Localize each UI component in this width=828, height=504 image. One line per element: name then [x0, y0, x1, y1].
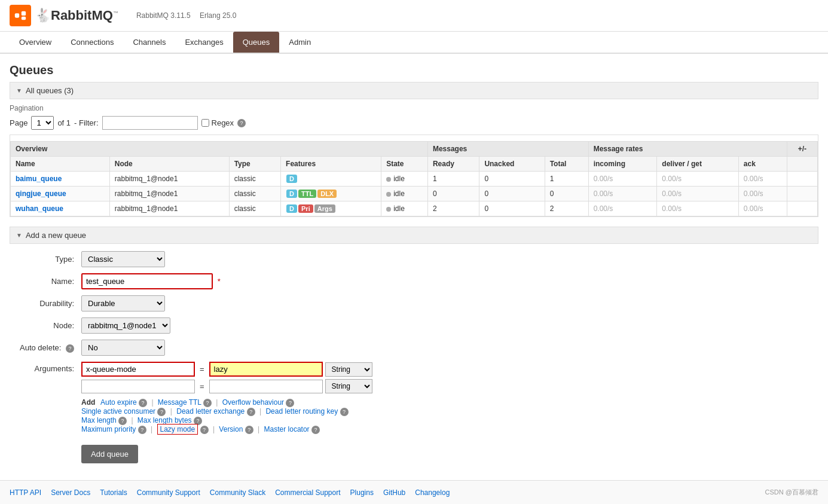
name-input[interactable] — [81, 273, 213, 289]
footer-http-api[interactable]: HTTP API — [10, 488, 41, 497]
regex-checkbox[interactable] — [201, 119, 209, 127]
auto-delete-help-icon[interactable]: ? — [66, 344, 74, 353]
message-rates-col-group: Message rates — [588, 142, 787, 157]
arg2-key-input[interactable] — [81, 380, 195, 393]
queue-link[interactable]: qingjue_queue — [16, 190, 66, 198]
footer-server-docs[interactable]: Server Docs — [51, 488, 90, 497]
footer-community-support[interactable]: Community Support — [137, 488, 200, 497]
maximum-priority-help[interactable]: ? — [138, 426, 146, 434]
arg-row-2: = String Boolean Number List — [81, 379, 372, 393]
plus-minus-btn[interactable]: +/- — [787, 142, 817, 157]
regex-help-icon[interactable]: ? — [237, 119, 246, 127]
add-queue-section: ▼ Add a new queue Type: Classic Quorum S… — [10, 227, 818, 471]
header: 🐇RabbitMQ™ RabbitMQ 3.11.5 Erlang 25.0 — [0, 0, 828, 32]
feature-badge-Pri: Pri — [298, 204, 313, 213]
type-control: Classic Quorum Stream — [81, 251, 165, 267]
link-single-active-consumer[interactable]: Single active consumer — [81, 407, 155, 416]
queue-link[interactable]: baimu_queue — [16, 175, 62, 183]
arg-row-1: = String Boolean Number List — [81, 362, 372, 377]
link-master-locator[interactable]: Master locator — [264, 425, 310, 433]
nav-admin[interactable]: Admin — [279, 32, 320, 53]
node-select[interactable]: rabbitmq_1@node1 — [81, 317, 170, 334]
pagination-section: Pagination Page 1 of 1 - Filter: Regex ? — [10, 99, 818, 135]
link-overflow-behaviour[interactable]: Overflow behaviour — [222, 398, 284, 407]
cell-name: baimu_queue — [11, 172, 110, 187]
add-queue-button[interactable]: Add queue — [81, 445, 138, 463]
main-nav: Overview Connections Channels Exchanges … — [0, 32, 828, 54]
cell-incoming: 0.00/s — [588, 187, 657, 201]
max-length-help[interactable]: ? — [118, 417, 127, 425]
message-ttl-help[interactable]: ? — [203, 399, 212, 407]
link-max-length-bytes[interactable]: Max length bytes — [138, 416, 192, 424]
cell-features: D — [281, 172, 381, 187]
table-row: wuhan_queue rabbitmq_1@node1 classic DPr… — [11, 201, 818, 216]
cell-node: rabbitmq_1@node1 — [109, 187, 229, 201]
link-message-ttl[interactable]: Message TTL — [158, 398, 201, 407]
nav-exchanges[interactable]: Exchanges — [175, 32, 233, 53]
cell-ack: 0.00/s — [738, 201, 787, 216]
overview-col-group: Overview — [11, 142, 428, 157]
dead-letter-routing-key-help[interactable]: ? — [340, 408, 349, 416]
single-active-help[interactable]: ? — [157, 408, 166, 416]
queue-link[interactable]: wuhan_queue — [16, 204, 63, 213]
dead-letter-exchange-help[interactable]: ? — [247, 408, 255, 416]
name-label: Name: — [10, 277, 81, 286]
arg2-value-input[interactable] — [209, 380, 323, 393]
col-name: Name — [11, 157, 110, 172]
cell-unacked: 0 — [479, 201, 545, 216]
auto-delete-select[interactable]: No Yes — [81, 340, 165, 356]
add-queue-btn-row: Add queue — [81, 440, 818, 463]
footer-changelog[interactable]: Changelog — [415, 488, 450, 497]
footer-commercial-support[interactable]: Commercial Support — [275, 488, 340, 497]
auto-expire-help[interactable]: ? — [139, 399, 147, 407]
cell-deliver-get: 0.00/s — [657, 187, 738, 201]
type-select[interactable]: Classic Quorum Stream — [81, 251, 165, 267]
add-queue-section-header[interactable]: ▼ Add a new queue — [10, 227, 818, 244]
col-unacked: Unacked — [479, 157, 545, 172]
nav-overview[interactable]: Overview — [10, 32, 61, 53]
arg1-type-select[interactable]: String Boolean Number List — [325, 362, 372, 377]
col-total: Total — [545, 157, 588, 172]
cell-ack: 0.00/s — [738, 187, 787, 201]
cell-total: 1 — [545, 172, 588, 187]
nav-connections[interactable]: Connections — [61, 32, 123, 53]
link-dead-letter-routing-key[interactable]: Dead letter routing key — [265, 407, 338, 416]
link-version[interactable]: Version — [219, 425, 243, 433]
nav-queues[interactable]: Queues — [233, 32, 280, 53]
add-args-section: Add Auto expire ? | Message TTL ? | Over… — [81, 398, 372, 434]
all-queues-section-header[interactable]: ▼ All queues (3) — [10, 82, 818, 99]
feature-badge-D: D — [286, 175, 297, 183]
arg2-type-select[interactable]: String Boolean Number List — [325, 379, 372, 393]
link-lazy-mode[interactable]: Lazy mode — [157, 424, 198, 435]
overflow-help[interactable]: ? — [286, 399, 294, 407]
link-max-length[interactable]: Max length — [81, 416, 117, 424]
footer-plugins[interactable]: Plugins — [350, 488, 374, 497]
version-help[interactable]: ? — [245, 426, 253, 434]
cell-type: classic — [229, 187, 280, 201]
link-auto-expire[interactable]: Auto expire — [100, 398, 137, 407]
footer-tutorials[interactable]: Tutorials — [100, 488, 127, 497]
filter-input[interactable] — [102, 116, 198, 130]
lazy-mode-help[interactable]: ? — [200, 426, 209, 434]
footer-community-slack[interactable]: Community Slack — [210, 488, 265, 497]
required-star: * — [218, 277, 221, 286]
regex-label[interactable]: Regex — [201, 118, 234, 127]
cell-incoming: 0.00/s — [588, 201, 657, 216]
logo-text: 🐇RabbitMQ™ — [35, 8, 118, 23]
link-dead-letter-exchange[interactable]: Dead letter exchange — [176, 407, 245, 416]
arg1-key-input[interactable] — [81, 362, 195, 377]
feature-badge-Args: Args — [314, 204, 335, 213]
cell-node: rabbitmq_1@node1 — [109, 201, 229, 216]
link-maximum-priority[interactable]: Maximum priority — [81, 425, 136, 433]
col-type: Type — [229, 157, 280, 172]
nav-channels[interactable]: Channels — [123, 32, 175, 53]
type-label: Type: — [10, 255, 81, 264]
footer-github[interactable]: GitHub — [383, 488, 405, 497]
durability-select[interactable]: Durable Transient — [81, 295, 165, 311]
cell-unacked: 0 — [479, 172, 545, 187]
durability-control: Durable Transient — [81, 295, 165, 311]
cell-name: wuhan_queue — [11, 201, 110, 216]
master-locator-help[interactable]: ? — [311, 426, 320, 434]
arg1-value-input[interactable] — [209, 362, 323, 377]
page-select[interactable]: 1 — [31, 116, 54, 130]
